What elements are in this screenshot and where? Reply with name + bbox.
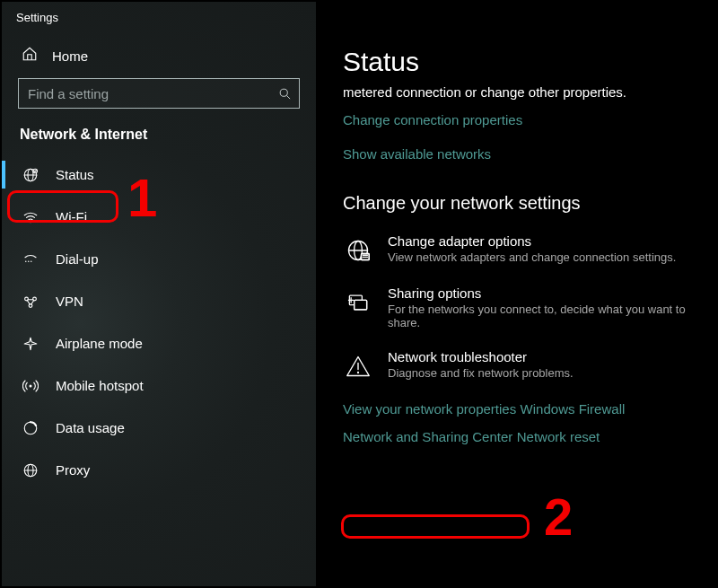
home-label: Home xyxy=(52,48,88,64)
svg-point-0 xyxy=(280,89,287,96)
sidebar-item-airplane-mode[interactable]: Airplane mode xyxy=(2,322,316,364)
sidebar-item-label: Proxy xyxy=(56,462,90,478)
svg-point-11 xyxy=(33,297,37,301)
bottom-links: View your network properties Windows Fir… xyxy=(343,401,698,457)
sharing-icon xyxy=(343,287,373,318)
page-title: Status xyxy=(343,47,698,77)
link-change-connection-properties[interactable]: Change connection properties xyxy=(343,112,522,127)
sidebar-item-label: Dial-up xyxy=(56,251,99,267)
sidebar-item-status[interactable]: Status xyxy=(2,154,316,196)
main-content: Status metered connection or change othe… xyxy=(316,2,716,586)
sidebar: Settings Home Network & Internet StatusW… xyxy=(2,2,316,586)
svg-point-6 xyxy=(30,221,31,223)
sidebar-section-header: Network & Internet xyxy=(2,127,316,154)
sidebar-item-dial-up[interactable]: Dial-up xyxy=(2,238,316,280)
sidebar-item-label: Mobile hotspot xyxy=(56,378,144,393)
sidebar-item-label: VPN xyxy=(56,294,83,309)
sidebar-item-label: Airplane mode xyxy=(56,336,143,351)
svg-line-15 xyxy=(31,300,34,304)
svg-point-34 xyxy=(357,372,359,373)
link-windows-firewall[interactable]: Windows Firewall xyxy=(521,401,626,417)
option-title: Change adapter options xyxy=(388,233,676,249)
change-settings-header: Change your network settings xyxy=(343,193,698,214)
svg-point-8 xyxy=(28,260,30,262)
search-box[interactable] xyxy=(18,78,300,109)
sidebar-item-wi-fi[interactable]: Wi-Fi xyxy=(2,196,316,238)
settings-window: Settings Home Network & Internet StatusW… xyxy=(0,0,718,588)
svg-point-9 xyxy=(31,260,32,262)
option-sharing-options[interactable]: Sharing optionsFor the networks you conn… xyxy=(343,285,698,329)
sidebar-item-data-usage[interactable]: Data usage xyxy=(2,407,316,449)
troubleshoot-icon xyxy=(343,351,373,382)
app-title: Settings xyxy=(2,2,316,37)
sidebar-item-label: Status xyxy=(56,167,94,182)
sidebar-item-label: Wi-Fi xyxy=(56,209,87,224)
option-network-troubleshooter[interactable]: Network troubleshooterDiagnose and fix n… xyxy=(343,349,698,382)
link-network-reset[interactable]: Network reset xyxy=(517,429,600,444)
link-view-network-properties[interactable]: View your network properties xyxy=(343,401,516,417)
sidebar-item-vpn[interactable]: VPN xyxy=(2,280,316,322)
dialup-icon xyxy=(22,251,39,268)
svg-point-10 xyxy=(25,297,29,301)
adapter-icon xyxy=(343,235,373,266)
datausage-icon xyxy=(22,420,39,436)
sidebar-item-label: Data usage xyxy=(56,420,125,435)
option-desc: Diagnose and fix network problems. xyxy=(388,366,574,380)
svg-rect-29 xyxy=(355,300,367,310)
svg-line-14 xyxy=(27,300,30,304)
proxy-globe-icon xyxy=(22,462,39,478)
svg-line-1 xyxy=(286,95,290,99)
search-input[interactable] xyxy=(19,86,270,101)
search-container xyxy=(2,78,316,127)
option-title: Sharing options xyxy=(388,285,698,301)
option-desc: View network adapters and change connect… xyxy=(388,250,676,264)
options-list: Change adapter optionsView network adapt… xyxy=(343,233,698,382)
option-title: Network troubleshooter xyxy=(388,349,574,364)
option-change-adapter-options[interactable]: Change adapter optionsView network adapt… xyxy=(343,233,698,266)
sidebar-item-mobile-hotspot[interactable]: Mobile hotspot xyxy=(2,364,316,407)
svg-point-7 xyxy=(25,260,27,262)
hotspot-icon xyxy=(22,378,39,394)
globe-status-icon xyxy=(22,167,39,183)
option-desc: For the networks you connect to, decide … xyxy=(388,303,698,329)
home-icon xyxy=(22,46,38,66)
status-description-truncated: metered connection or change other prope… xyxy=(343,84,698,100)
link-show-available-networks[interactable]: Show available networks xyxy=(343,146,491,162)
sidebar-nav: StatusWi-FiDial-upVPNAirplane modeMobile… xyxy=(2,154,316,491)
link-network-and-sharing-center[interactable]: Network and Sharing Center xyxy=(343,429,512,444)
home-nav[interactable]: Home xyxy=(2,37,316,78)
svg-point-16 xyxy=(30,384,32,387)
wifi-icon xyxy=(22,209,39,225)
airplane-icon xyxy=(22,336,39,352)
search-icon xyxy=(270,87,299,101)
sidebar-item-proxy[interactable]: Proxy xyxy=(2,449,316,491)
svg-point-12 xyxy=(29,303,32,307)
vpn-icon xyxy=(22,294,39,310)
